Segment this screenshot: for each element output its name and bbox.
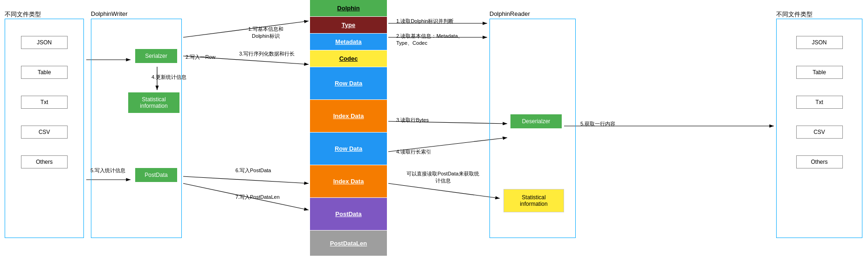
file-stack: Dolphin Type Metadata Codec Row Data Ind…	[310, 0, 387, 256]
right-filetypes-box: JSON Table Txt CSV Others	[776, 19, 862, 238]
stack-type-label[interactable]: Type	[310, 17, 387, 33]
stack-postdatalen-label[interactable]: PostDataLen	[330, 235, 367, 252]
right-filetype-others: Others	[796, 155, 843, 168]
right-filetypes-title: 不同文件类型	[776, 10, 813, 19]
stack-indexdata1-label[interactable]: Index Data	[333, 108, 364, 124]
left-filetype-table: Table	[21, 66, 68, 79]
left-filetype-others: Others	[21, 155, 68, 168]
stack-codec: Codec	[310, 50, 387, 67]
stack-postdatalen: PostDataLen	[310, 231, 387, 256]
stack-metadata: Metadata	[310, 34, 387, 50]
stack-rowdata1-label[interactable]: Row Data	[335, 75, 362, 91]
stack-dolphin: Dolphin	[310, 0, 387, 17]
label-read-bytes: 3.读取行Bytes	[396, 117, 443, 124]
stack-postdata-label[interactable]: PostData	[335, 206, 361, 222]
label-read-index: 4.读取行长索引	[396, 148, 443, 155]
stack-indexdata2-label[interactable]: Index Data	[333, 173, 364, 189]
label-write-basic: 1.写基本信息和 Dolphin标识	[235, 26, 296, 40]
dolphinreader-title: DolphinReader	[489, 10, 530, 17]
label-write-postdata: 6.写入PostData	[235, 167, 282, 174]
serializer-box: Serialzer	[135, 49, 177, 63]
left-filetypes-title: 不同文件类型	[5, 10, 41, 19]
postdata-box: PostData	[135, 168, 177, 182]
svg-line-7	[183, 176, 309, 183]
label-get-row: 5.获取一行内容	[580, 120, 627, 127]
left-filetypes-box: JSON Table Txt CSV Others	[5, 19, 84, 238]
left-filetype-txt: Txt	[21, 96, 68, 109]
stack-rowdata2-label[interactable]: Row Data	[335, 140, 362, 157]
stack-codec-label[interactable]: Codec	[310, 50, 387, 67]
statistical-info-box: Statistical information	[128, 92, 179, 113]
dolphinwriter-title: DolphinWriter	[91, 10, 128, 17]
stack-indexdata2: Index Data	[310, 165, 387, 198]
label-write-postdatalen: 7.写入PostDataLen	[235, 194, 287, 201]
label-write-serialized: 3.写行序列化数据和行长	[235, 50, 298, 57]
left-filetype-csv: CSV	[21, 126, 68, 139]
label-write-row: 2.写入一Row	[186, 54, 223, 61]
stack-dolphin-label[interactable]: Dolphin	[310, 0, 387, 16]
right-filetype-json: JSON	[796, 36, 843, 49]
deserializer-box: Deserialzer	[510, 114, 562, 128]
label-write-stats: 5.写入统计信息	[90, 167, 128, 174]
stack-indexdata1: Index Data	[310, 100, 387, 133]
stack-rowdata1: Row Data	[310, 67, 387, 100]
label-update-stats: 4.更新统计信息	[152, 74, 189, 81]
statistical-info-right: Statistical information	[503, 189, 564, 212]
label-read-postdata: 可以直接读取PostData来获取统 计信息	[396, 170, 489, 184]
right-filetype-txt: Txt	[796, 96, 843, 109]
label-read-basic: 2.读取基本信息：Metadata、 Type、Codec	[396, 33, 475, 47]
main-diagram: 不同文件类型 JSON Table Txt CSV Others Dolphin…	[0, 0, 868, 259]
svg-line-13	[388, 183, 500, 198]
stack-type: Type	[310, 17, 387, 34]
right-filetype-csv: CSV	[796, 126, 843, 139]
stack-postdata: PostData	[310, 198, 387, 231]
stack-rowdata2: Row Data	[310, 133, 387, 165]
left-filetype-json: JSON	[21, 36, 68, 49]
stack-metadata-label[interactable]: Metadata	[310, 34, 387, 50]
label-read-dolphin: 1.读取Dolphin标识并判断	[396, 18, 471, 25]
right-filetype-table: Table	[796, 66, 843, 79]
